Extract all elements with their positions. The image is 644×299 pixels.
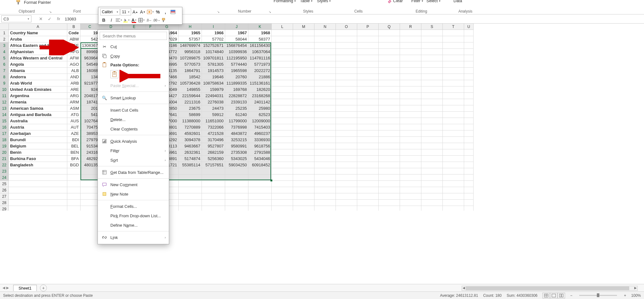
row-header[interactable]: 15	[0, 118, 9, 124]
cell[interactable]	[293, 74, 314, 80]
cell[interactable]	[464, 156, 474, 162]
zoom-slider[interactable]	[579, 295, 617, 296]
column-header[interactable]: T	[443, 24, 464, 30]
cell[interactable]	[443, 162, 464, 168]
cell[interactable]	[443, 74, 464, 80]
cell[interactable]: 111899335	[225, 80, 248, 86]
cell[interactable]	[179, 200, 202, 206]
cell[interactable]	[179, 168, 202, 174]
cell[interactable]	[272, 187, 293, 193]
quick-analysis-item[interactable]: Quick Analysis	[98, 136, 169, 146]
cell[interactable]	[67, 168, 80, 174]
cell[interactable]	[336, 42, 357, 49]
cell[interactable]: 5343025	[225, 156, 248, 162]
cell[interactable]: 23168268	[248, 93, 272, 99]
cell[interactable]: 134	[80, 74, 99, 80]
cell[interactable]	[421, 187, 443, 193]
cell[interactable]	[314, 162, 336, 168]
cell[interactable]	[314, 61, 336, 68]
cell[interactable]	[400, 30, 421, 36]
cell[interactable]	[357, 149, 379, 156]
cell[interactable]	[225, 193, 248, 200]
cell[interactable]: BDI	[67, 137, 80, 143]
cell[interactable]: 57357	[179, 36, 202, 42]
cell[interactable]: 5781305	[202, 61, 225, 68]
cell[interactable]	[357, 200, 379, 206]
row-header[interactable]: 10	[0, 86, 9, 93]
cell[interactable]	[400, 181, 421, 187]
cell[interactable]: 4592601	[179, 130, 202, 137]
cell[interactable]: AFW	[67, 55, 80, 61]
cell[interactable]	[379, 68, 400, 74]
cell[interactable]	[464, 193, 474, 200]
cell[interactable]	[379, 124, 400, 130]
select-button[interactable]: Select▾	[426, 0, 441, 3]
cell[interactable]: AND	[67, 74, 80, 80]
align-icon[interactable]: ▾	[115, 17, 122, 24]
cell[interactable]: 1914573	[202, 68, 225, 74]
column-header[interactable]: A	[9, 24, 67, 30]
cell[interactable]	[379, 74, 400, 80]
cell[interactable]	[336, 206, 357, 211]
cell[interactable]: 3253215	[225, 137, 248, 143]
cell[interactable]	[293, 130, 314, 137]
cell[interactable]	[357, 36, 379, 42]
cell[interactable]	[314, 156, 336, 162]
cell[interactable]: Bangladesh	[9, 162, 67, 168]
cell[interactable]: 109701811	[202, 55, 225, 61]
row-header[interactable]: 13	[0, 105, 9, 112]
cell[interactable]	[272, 130, 293, 137]
cell[interactable]	[225, 181, 248, 187]
cell[interactable]: Burundi	[9, 137, 67, 143]
cell[interactable]	[293, 187, 314, 193]
cell[interactable]	[443, 80, 464, 86]
cell[interactable]: 201	[80, 105, 99, 112]
cell[interactable]	[379, 187, 400, 193]
cell[interactable]: 115136161	[248, 80, 272, 86]
sheet-tab[interactable]: Sheet1	[13, 285, 37, 291]
cell[interactable]	[314, 187, 336, 193]
cell[interactable]	[400, 137, 421, 143]
cell[interactable]: Argentina	[9, 93, 67, 99]
cell[interactable]	[464, 61, 474, 68]
cell[interactable]	[464, 105, 474, 112]
row-header[interactable]: 28	[0, 200, 9, 206]
decrease-decimal-icon[interactable]: .00→	[153, 17, 160, 24]
cell[interactable]	[379, 193, 400, 200]
cell[interactable]	[400, 61, 421, 68]
cell[interactable]	[443, 93, 464, 99]
cell[interactable]	[400, 49, 421, 55]
cell[interactable]: 22159644	[179, 93, 202, 99]
cell[interactable]	[357, 206, 379, 211]
cell[interactable]	[464, 93, 474, 99]
cell[interactable]	[379, 36, 400, 42]
number-dialog-launcher[interactable]: ↘	[217, 10, 219, 14]
cell[interactable]	[421, 80, 443, 86]
cell[interactable]	[314, 193, 336, 200]
row-header[interactable]: 6	[0, 61, 9, 68]
cell[interactable]	[314, 86, 336, 93]
cell[interactable]	[400, 143, 421, 149]
cell[interactable]	[314, 42, 336, 49]
cell[interactable]	[421, 61, 443, 68]
cell[interactable]: Andorra	[9, 74, 67, 80]
cell[interactable]: 1965	[179, 30, 202, 36]
column-header[interactable]: L	[272, 24, 293, 30]
row-header[interactable]: 11	[0, 93, 9, 99]
cell[interactable]	[336, 193, 357, 200]
cell[interactable]	[293, 162, 314, 168]
cell[interactable]	[379, 42, 400, 49]
cell[interactable]: 2339133	[225, 99, 248, 105]
cell[interactable]	[9, 187, 67, 193]
cell[interactable]: 1864791	[179, 68, 202, 74]
cell[interactable]	[443, 181, 464, 187]
cell[interactable]	[443, 86, 464, 93]
data-analysis-button[interactable]: Data	[453, 0, 462, 3]
cell[interactable]	[314, 149, 336, 156]
cell[interactable]: 22828872	[225, 93, 248, 99]
cell[interactable]	[464, 124, 474, 130]
cell[interactable]	[336, 99, 357, 105]
cell[interactable]: 9527807	[202, 143, 225, 149]
cell[interactable]: 5434046	[248, 156, 272, 162]
cell[interactable]: 1966	[202, 30, 225, 36]
